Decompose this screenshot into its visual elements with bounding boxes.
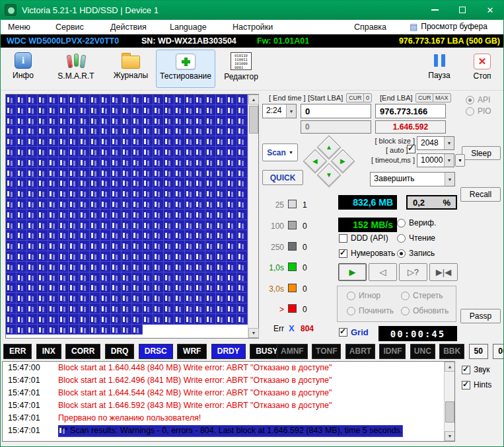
scan-block bbox=[6, 136, 17, 147]
scan-block bbox=[164, 116, 174, 126]
scan-map[interactable] bbox=[5, 94, 259, 339]
scan-block bbox=[216, 188, 227, 199]
speed-value: 152 MB/s bbox=[353, 220, 393, 230]
legend-swatch-3s bbox=[288, 284, 297, 292]
block-size-select[interactable]: 2048 bbox=[417, 136, 454, 150]
testing-button[interactable]: Тестирование bbox=[156, 50, 215, 88]
scan-block bbox=[100, 230, 111, 241]
status-lamp-row: ERR INX CORR DRQ DRSC WRF DRDY BUSY AMNF… bbox=[0, 343, 504, 360]
scan-block bbox=[17, 282, 27, 293]
step-back-button[interactable]: ◁ bbox=[369, 263, 397, 281]
scan-block bbox=[237, 314, 248, 325]
start-lba-input[interactable]: 0 bbox=[301, 104, 371, 118]
chevron-down-icon[interactable] bbox=[286, 104, 296, 118]
read-radio[interactable]: Чтение bbox=[397, 233, 435, 243]
sleep-button[interactable]: Sleep bbox=[462, 146, 501, 160]
scroll-down-button[interactable] bbox=[445, 431, 455, 441]
journals-button[interactable]: Журналы bbox=[108, 50, 153, 88]
scan-block bbox=[17, 251, 27, 262]
scan-block bbox=[143, 220, 153, 231]
title-bar[interactable]: Victoria 5.21-1 HDD/SSD | Device 1 bbox=[0, 0, 504, 20]
jump-end-button[interactable]: ▶|◀ bbox=[429, 263, 458, 281]
passp-button[interactable]: Passp bbox=[460, 309, 501, 323]
finish-action-select[interactable]: Завершить bbox=[370, 172, 455, 186]
end-time-select[interactable]: 2:24 bbox=[262, 104, 297, 118]
menu-item-settings[interactable]: Настройки bbox=[233, 22, 273, 32]
pause-button[interactable]: Пауза bbox=[421, 50, 457, 88]
scan-block bbox=[17, 210, 27, 220]
auto-checkbox[interactable] bbox=[407, 145, 415, 153]
step-forward-button[interactable]: ▷? bbox=[399, 263, 427, 281]
jump-end-icon: ▶|◀ bbox=[436, 267, 451, 277]
timeout-select[interactable]: 10000 bbox=[417, 153, 454, 167]
scan-block bbox=[48, 136, 59, 147]
numerate-checkbox[interactable]: Нумеровать bbox=[339, 249, 395, 258]
scan-block bbox=[164, 157, 174, 168]
scan-block bbox=[132, 188, 143, 199]
scan-map-scrollbar[interactable] bbox=[248, 95, 258, 338]
scroll-thumb[interactable] bbox=[249, 106, 258, 134]
editor-button[interactable]: 010110 110011 101000 0001 Редактор bbox=[218, 50, 264, 88]
scan-block bbox=[100, 262, 111, 272]
hints-checkbox[interactable]: Hints bbox=[462, 380, 491, 389]
menu-item-menu[interactable]: Меню bbox=[8, 22, 30, 32]
scan-block bbox=[143, 95, 153, 105]
write-radio[interactable]: Запись bbox=[397, 249, 435, 258]
start-test-button[interactable]: ▶ bbox=[338, 263, 367, 281]
start-lba-cur-button[interactable]: CUR bbox=[346, 93, 365, 102]
scan-button[interactable]: Scan ▼ bbox=[262, 143, 298, 161]
log-line: 15:47:01 Прервано по желанию пользовател… bbox=[3, 412, 454, 425]
panel-collapse-button[interactable]: ▼ bbox=[455, 154, 465, 167]
log-scrollbar[interactable] bbox=[444, 362, 454, 441]
scan-block bbox=[100, 282, 111, 293]
scan-block bbox=[48, 147, 59, 157]
scan-block bbox=[153, 199, 164, 210]
scan-block bbox=[164, 251, 174, 262]
quick-button[interactable]: QUICK bbox=[262, 170, 303, 185]
maximize-button[interactable] bbox=[449, 0, 476, 20]
sound-checkbox[interactable]: Звук bbox=[462, 365, 490, 374]
scan-block bbox=[111, 105, 122, 116]
minimize-button[interactable] bbox=[421, 0, 449, 20]
chevron-down-icon[interactable] bbox=[444, 154, 454, 167]
menu-item-help[interactable]: Справка bbox=[354, 22, 386, 32]
scan-block bbox=[237, 105, 248, 116]
scan-block bbox=[79, 251, 90, 262]
end-lba-max-button[interactable]: MAX bbox=[433, 93, 451, 102]
grid-checkbox[interactable]: Grid bbox=[339, 327, 369, 337]
recall-button[interactable]: Recall bbox=[460, 187, 501, 202]
buffer-view-button[interactable]: Просмотр буфера bbox=[410, 22, 487, 31]
stop-button[interactable]: Стоп bbox=[464, 50, 501, 88]
log-line: 15:47:01 Block start at 1.642.496 (841 M… bbox=[3, 374, 454, 387]
chevron-down-icon[interactable] bbox=[445, 173, 454, 186]
menu-item-service[interactable]: Сервис bbox=[55, 22, 84, 32]
scan-block bbox=[6, 116, 17, 126]
start-lba-zero-button[interactable]: 0 bbox=[363, 93, 372, 102]
scroll-down-button[interactable] bbox=[248, 328, 259, 338]
scan-block bbox=[69, 147, 79, 157]
smart-button[interactable]: S.M.A.R.T bbox=[52, 50, 100, 88]
scroll-up-button[interactable] bbox=[445, 362, 455, 372]
scan-block bbox=[90, 95, 100, 105]
scan-block bbox=[38, 126, 48, 136]
end-lba-input[interactable]: 976.773.166 bbox=[375, 104, 446, 118]
menu-item-actions[interactable]: Действия bbox=[110, 22, 147, 32]
verify-radio[interactable]: Вериф. bbox=[397, 218, 436, 227]
scan-block bbox=[6, 199, 17, 210]
ddd-api-checkbox[interactable]: DDD (API) bbox=[339, 233, 388, 243]
menu-item-language[interactable]: Language bbox=[170, 22, 207, 32]
scan-block bbox=[205, 105, 216, 116]
verify-label: Вериф. bbox=[409, 218, 436, 227]
close-button[interactable] bbox=[476, 0, 504, 20]
scan-block bbox=[216, 220, 227, 231]
scan-block bbox=[111, 251, 122, 262]
end-lba-cur-button[interactable]: CUR bbox=[415, 93, 434, 102]
scroll-thumb[interactable] bbox=[445, 401, 454, 423]
log-time: 15:47:01 bbox=[8, 400, 58, 411]
scroll-up-button[interactable] bbox=[248, 95, 259, 104]
scan-block bbox=[132, 230, 143, 241]
info-button[interactable]: Инфо bbox=[5, 50, 41, 88]
editor-binary-text: 010110 110011 101000 0001 bbox=[234, 54, 248, 69]
chevron-down-icon[interactable] bbox=[444, 137, 454, 149]
pause-label: Пауза bbox=[428, 71, 450, 80]
